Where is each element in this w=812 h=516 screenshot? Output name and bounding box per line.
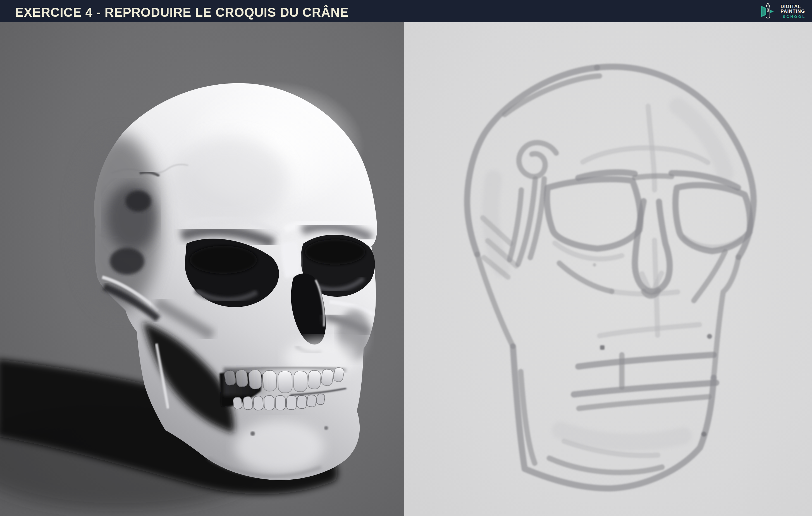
chin-pit-left [251,431,255,436]
page-title: EXERCICE 4 - REPRODUIRE LE CROQUIS DU CR… [15,3,348,20]
logo-line-digital: DIGITAL [780,4,806,9]
logo-wordmark: DIGITAL PAINTING .SCHOOL [780,4,806,19]
chin-pit-right [324,426,328,430]
exercise-slide: EXERCICE 4 - REPRODUIRE LE CROQUIS DU CR… [0,0,812,516]
content-panels [0,22,812,516]
skull-sketch-panel [404,22,812,516]
skull-sketch [404,22,812,516]
title-bar: EXERCICE 4 - REPRODUIRE LE CROQUIS DU CR… [0,0,812,22]
logo: DIGITAL PAINTING .SCHOOL [760,2,806,20]
maxilla-highlight [285,338,357,377]
skull-render-panel [0,22,404,516]
left-shadow-side [77,134,161,313]
logo-stylus-icon [766,3,770,18]
logo-icon [760,2,778,20]
skull-3d-render [0,22,404,516]
logo-line-painting: PAINTING [780,9,806,14]
forehead-midtone [170,137,288,226]
teeth-left-shade [223,368,271,396]
logo-line-school: .SCHOOL [780,15,806,19]
